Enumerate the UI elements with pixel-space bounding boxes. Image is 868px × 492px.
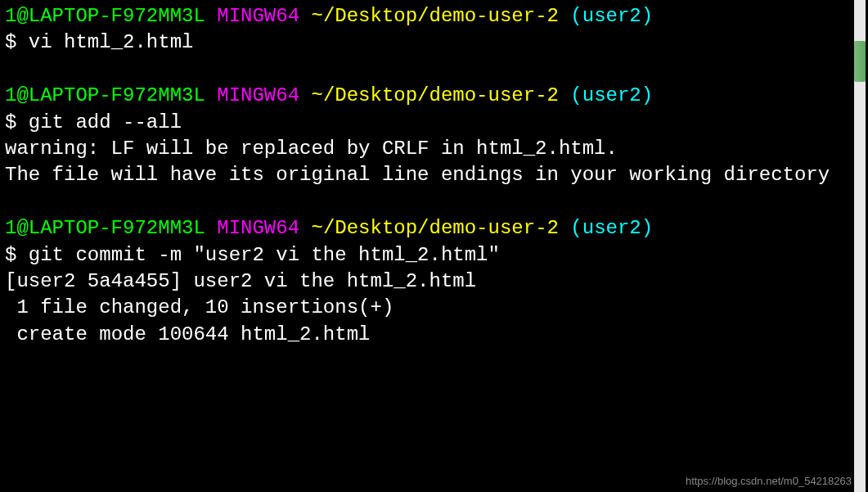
prompt-symbol: $ bbox=[5, 244, 29, 266]
command-text: git add --all bbox=[29, 111, 182, 133]
prompt-user-host: 1@LAPTOP-F972MM3L bbox=[5, 84, 205, 106]
output-commit: create mode 100644 html_2.html bbox=[5, 322, 852, 348]
scrollbar-track[interactable] bbox=[854, 0, 866, 492]
prompt-symbol: $ bbox=[5, 111, 29, 133]
prompt-env: MINGW64 bbox=[217, 217, 299, 239]
prompt-branch-open: ( bbox=[570, 84, 582, 106]
prompt-branch-close: ) bbox=[641, 84, 653, 106]
output-commit: 1 file changed, 10 insertions(+) bbox=[5, 295, 852, 321]
prompt-user-host: 1@LAPTOP-F972MM3L bbox=[5, 5, 205, 27]
prompt-path: ~/Desktop/demo-user-2 bbox=[311, 5, 558, 27]
prompt-path: ~/Desktop/demo-user-2 bbox=[311, 84, 558, 106]
prompt-symbol: $ bbox=[5, 31, 29, 53]
prompt-branch-name: user2 bbox=[582, 84, 641, 106]
output-commit: [user2 5a4a455] user2 vi the html_2.html bbox=[5, 269, 852, 295]
prompt-branch-name: user2 bbox=[582, 5, 641, 27]
prompt-user-host: 1@LAPTOP-F972MM3L bbox=[5, 217, 205, 239]
prompt-branch-open: ( bbox=[570, 217, 582, 239]
scrollbar-thumb[interactable] bbox=[854, 41, 866, 82]
prompt-branch-close: ) bbox=[641, 217, 653, 239]
output-warning: The file will have its original line end… bbox=[5, 162, 852, 188]
prompt-branch-close: ) bbox=[641, 5, 653, 27]
prompt-path: ~/Desktop/demo-user-2 bbox=[311, 217, 558, 239]
prompt-env: MINGW64 bbox=[217, 5, 299, 27]
command-text: git commit -m "user2 vi the html_2.html" bbox=[29, 244, 500, 266]
prompt-env: MINGW64 bbox=[217, 84, 299, 106]
watermark-text: https://blog.csdn.net/m0_54218263 bbox=[686, 474, 852, 489]
command-text: vi html_2.html bbox=[29, 31, 194, 53]
terminal-output[interactable]: 1@LAPTOP-F972MM3L MINGW64 ~/Desktop/demo… bbox=[5, 3, 852, 489]
prompt-branch-open: ( bbox=[570, 5, 582, 27]
prompt-branch-name: user2 bbox=[582, 217, 641, 239]
output-warning: warning: LF will be replaced by CRLF in … bbox=[5, 136, 852, 162]
